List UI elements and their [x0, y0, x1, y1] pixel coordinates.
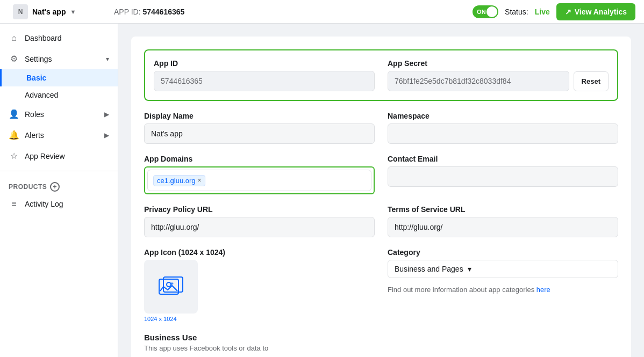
privacy-policy-input[interactable]: [144, 217, 375, 237]
settings-chevron: ▾: [106, 55, 109, 63]
app-id-area: APP ID: 5744616365: [114, 8, 464, 16]
sidebar-item-app-review[interactable]: ☆ App Review: [0, 145, 118, 166]
app-domains-tag-input[interactable]: ce1.gluu.org ×: [147, 170, 371, 191]
domain-tag-remove[interactable]: ×: [198, 177, 202, 184]
app-icon-upload-wrap: + 1024 x 1024: [144, 260, 375, 322]
display-name-input[interactable]: [144, 123, 375, 144]
sidebar-item-settings[interactable]: ⚙ Settings ▾: [0, 48, 118, 69]
app-id-group: App ID: [154, 59, 375, 91]
sidebar-item-label-alerts: Alerts: [25, 131, 44, 140]
app-review-icon: ☆: [9, 151, 19, 161]
sidebar-item-roles[interactable]: 👤 Roles ▶: [0, 104, 118, 125]
sidebar-divider: [0, 171, 118, 171]
contact-email-group: Contact Email: [388, 155, 618, 194]
sidebar-item-activity-log[interactable]: ≡ Activity Log: [0, 194, 118, 214]
app-secret-group: App Secret Reset: [388, 59, 609, 91]
app-id-prefix: APP ID:: [114, 8, 142, 16]
sidebar-item-label-settings: Settings: [25, 55, 52, 63]
toggle-on-label: ON: [475, 9, 486, 15]
category-info-link[interactable]: here: [536, 286, 550, 294]
business-use-section: Business Use This app uses Facebook tool…: [144, 333, 618, 357]
layout: ⌂ Dashboard ⚙ Settings ▾ Basic Advanced …: [0, 24, 644, 357]
sidebar-item-label-basic: Basic: [26, 74, 46, 82]
category-group: Category Business and Pages ▾ Find out m…: [388, 248, 618, 322]
category-btn-chevron: ▾: [468, 265, 471, 273]
status-toggle-wrap: ON: [473, 5, 498, 18]
app-credentials-section: App ID App Secret Reset: [144, 49, 618, 101]
display-name-label: Display Name: [144, 112, 375, 120]
category-btn-label: Business and Pages: [395, 265, 463, 273]
domains-email-row: App Domains ce1.gluu.org × Contact Email: [144, 155, 618, 194]
view-analytics-icon: ↗: [565, 8, 571, 16]
app-domains-group: App Domains ce1.gluu.org ×: [144, 155, 375, 194]
app-secret-input[interactable]: [388, 71, 569, 91]
contact-email-label: Contact Email: [388, 155, 618, 163]
namespace-group: Namespace: [388, 112, 618, 144]
terms-of-service-label: Terms of Service URL: [388, 205, 618, 214]
header-right: ON Status: Live ↗ View Analytics: [473, 3, 635, 20]
sidebar-item-label-app-review: App Review: [25, 152, 65, 161]
contact-email-input[interactable]: [388, 166, 618, 187]
alerts-chevron: ▶: [104, 132, 109, 139]
sidebar-item-dashboard[interactable]: ⌂ Dashboard: [0, 28, 118, 48]
app-selector[interactable]: N Nat's app ▼: [9, 2, 105, 21]
app-name-label: Nat's app: [32, 8, 66, 16]
app-icon: N: [13, 4, 28, 19]
app-id-value: 5744616365: [142, 8, 184, 16]
namespace-input[interactable]: [388, 123, 618, 144]
activity-log-icon: ≡: [9, 199, 19, 209]
app-icon-size-label: 1024 x 1024: [144, 316, 177, 322]
live-toggle[interactable]: ON: [473, 5, 498, 18]
sidebar: ⌂ Dashboard ⚙ Settings ▾ Basic Advanced …: [0, 24, 118, 357]
urls-row: Privacy Policy URL Terms of Service URL: [144, 205, 618, 237]
main-content: App ID App Secret Reset Display Name: [118, 24, 644, 357]
privacy-policy-label: Privacy Policy URL: [144, 205, 375, 214]
sidebar-item-label-dashboard: Dashboard: [25, 34, 62, 42]
category-label: Category: [388, 248, 618, 257]
top-header: N Nat's app ▼ APP ID: 5744616365 ON Stat…: [0, 0, 644, 24]
sidebar-item-basic[interactable]: Basic: [0, 69, 118, 86]
app-domains-highlight: ce1.gluu.org ×: [144, 166, 375, 194]
sidebar-item-label-advanced: Advanced: [25, 91, 58, 99]
category-info-text: Find out more information about app cate…: [388, 286, 536, 294]
category-dropdown-button[interactable]: Business and Pages ▾: [388, 260, 618, 278]
display-namespace-row: Display Name Namespace: [144, 112, 618, 144]
toggle-knob: [486, 6, 497, 17]
privacy-policy-group: Privacy Policy URL: [144, 205, 375, 237]
terms-of-service-group: Terms of Service URL: [388, 205, 618, 237]
status-prefix: Status:: [505, 8, 528, 16]
add-products-icon[interactable]: +: [50, 182, 60, 192]
app-secret-row: Reset: [388, 71, 609, 91]
app-icon-upload[interactable]: +: [144, 260, 198, 314]
icon-category-row: App Icon (1024 x 1024) + 1024 x 1024: [144, 248, 618, 322]
sidebar-item-alerts[interactable]: 🔔 Alerts ▶: [0, 125, 118, 145]
sidebar-item-label-roles: Roles: [25, 110, 44, 119]
dashboard-icon: ⌂: [9, 33, 19, 43]
app-icon-group: App Icon (1024 x 1024) + 1024 x 1024: [144, 248, 375, 322]
domain-tag-value: ce1.gluu.org: [157, 177, 196, 185]
terms-of-service-input[interactable]: [388, 217, 618, 237]
domain-tag: ce1.gluu.org ×: [153, 175, 205, 186]
app-icon-letter: N: [18, 8, 23, 16]
app-domains-label: App Domains: [144, 155, 375, 163]
products-section-label: PRODUCTS +: [0, 176, 118, 194]
products-label: PRODUCTS: [9, 183, 47, 191]
business-use-title: Business Use: [144, 333, 618, 342]
content-card: App ID App Secret Reset Display Name: [131, 37, 631, 357]
category-info: Find out more information about app cate…: [388, 286, 618, 294]
business-use-desc: This app uses Facebook tools or data to: [144, 344, 618, 352]
app-secret-label: App Secret: [388, 59, 609, 68]
app-selector-chevron: ▼: [70, 9, 76, 15]
alerts-icon: 🔔: [9, 130, 19, 140]
settings-icon: ⚙: [9, 54, 19, 64]
photo-icon-svg: +: [158, 275, 184, 298]
view-analytics-label: View Analytics: [575, 8, 627, 16]
status-value: Live: [535, 8, 550, 16]
svg-text:+: +: [170, 281, 174, 287]
app-id-input[interactable]: [154, 71, 375, 91]
display-name-group: Display Name: [144, 112, 375, 144]
view-analytics-button[interactable]: ↗ View Analytics: [556, 3, 635, 20]
app-id-label: App ID: [154, 59, 375, 68]
reset-button[interactable]: Reset: [574, 71, 609, 91]
sidebar-item-advanced[interactable]: Advanced: [0, 86, 118, 104]
